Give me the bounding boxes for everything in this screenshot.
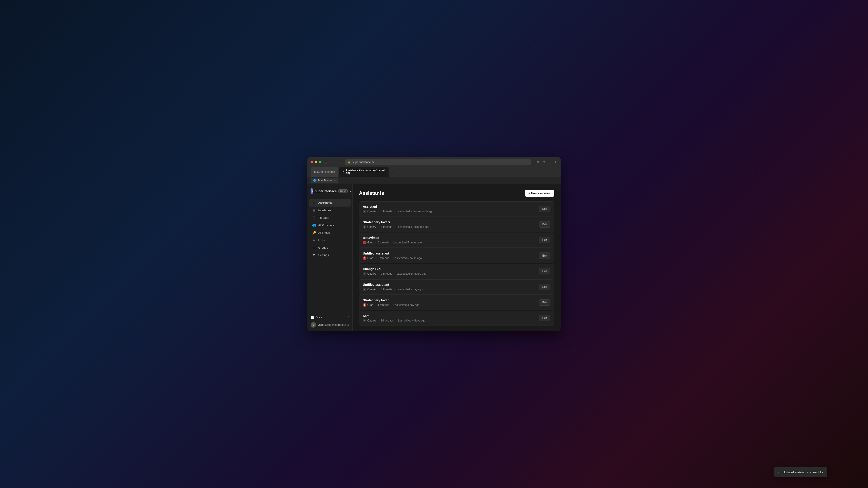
- assistants-icon: ⊞: [312, 201, 316, 205]
- browser-window: ⊞ ‹ › 🔒 superinterface.ai ↻ ⬆ □ + S Supe…: [307, 157, 561, 331]
- reload-button[interactable]: ↻: [535, 160, 540, 164]
- back-button[interactable]: ‹: [333, 160, 336, 164]
- promo-label: From Domas: [318, 179, 332, 182]
- external-link-icon: ↗: [347, 316, 349, 319]
- assistant-meta: ⊛ OpenAI · 1 threads · Last edited 17 mi…: [363, 225, 539, 229]
- edit-button[interactable]: Edit: [539, 299, 550, 306]
- sidebar-item-settings[interactable]: ⚙ Settings: [309, 252, 351, 259]
- last-edited: Last edited 17 minutes ago: [397, 225, 429, 229]
- assistant-meta: G Groq · 0 threads · Last edited 5 hours…: [363, 241, 539, 245]
- openai-icon: ⊛: [363, 272, 366, 276]
- sidebar-item-interfaces[interactable]: ◎ Interfaces: [309, 207, 351, 214]
- api-keys-icon: 🔑: [312, 231, 316, 235]
- forward-button[interactable]: ›: [338, 160, 341, 164]
- thread-count: 0 threads: [378, 241, 389, 244]
- sidebar-label-assistants: Assistants: [318, 201, 332, 204]
- thread-count: 1 threads: [381, 225, 392, 229]
- last-edited: Last edited a day ago: [397, 288, 423, 291]
- share-button[interactable]: ⬆: [542, 160, 546, 164]
- edit-button[interactable]: Edit: [539, 315, 550, 321]
- docs-icon: 📄: [311, 316, 314, 319]
- edit-button[interactable]: Edit: [539, 284, 550, 290]
- assistant-meta: ⊛ OpenAI · 2 threads · Last edited 14 ho…: [363, 272, 539, 276]
- table-row[interactable]: Sam ⊛ OpenAI · 36 threads · Last edited …: [359, 311, 554, 326]
- maximize-button[interactable]: [319, 161, 321, 163]
- sidebar-label-api-keys: API keys: [318, 231, 330, 234]
- meta-dot: ·: [391, 241, 392, 244]
- meta-dot: ·: [394, 225, 395, 229]
- bookmark-button[interactable]: □: [548, 160, 552, 164]
- assistant-meta: ⊛ OpenAI · 0 threads · Last edited a few…: [363, 209, 539, 213]
- table-row[interactable]: Assistant ⊛ OpenAI · 0 threads · Last ed…: [359, 201, 554, 217]
- table-row[interactable]: Untitled assistant G Groq · 0 threads · …: [359, 248, 554, 263]
- meta-dot: ·: [375, 241, 376, 244]
- user-menu-button[interactable]: ≡: [347, 323, 349, 327]
- thread-count: 36 threads: [381, 319, 394, 322]
- sidebar-label-interfaces: Interfaces: [318, 209, 331, 212]
- assistants-list: Assistant ⊛ OpenAI · 0 threads · Last ed…: [359, 201, 554, 326]
- assistant-name: Stratechery lover2: [363, 220, 539, 224]
- sidebar-item-ai-providers[interactable]: 🌐 AI Providers: [309, 222, 351, 229]
- assistant-name: testavimas: [363, 236, 539, 239]
- assistant-info: Stratechery lover G Groq · 1 threads · L…: [363, 298, 539, 307]
- address-bar[interactable]: 🔒 superinterface.ai: [345, 159, 531, 165]
- table-row[interactable]: Untitled assistant ⊛ OpenAI · 0 threads …: [359, 279, 554, 294]
- table-row[interactable]: testavimas G Groq · 0 threads · Last edi…: [359, 233, 554, 248]
- openai-icon: ⊛: [363, 288, 366, 291]
- assistant-info: Untitled assistant G Groq · 0 threads · …: [363, 252, 539, 260]
- promo-badge[interactable]: 🔷 From Domas ✕: [311, 178, 338, 183]
- minimize-button[interactable]: [315, 161, 317, 163]
- sidebar-label-ai-providers: AI Providers: [318, 224, 334, 227]
- tab-assistants-playground[interactable]: A Assistants Playground – OpenAI API: [339, 167, 389, 177]
- sidebar-item-assistants[interactable]: ⊞ Assistants: [309, 199, 351, 206]
- docs-link[interactable]: 📄 Docs ↗: [311, 314, 349, 320]
- provider-name: Groq: [367, 257, 373, 260]
- groq-icon: G: [363, 241, 366, 245]
- sidebar: S Superinterface Cloud ★ ⊞ Assistants ◎ …: [307, 184, 352, 331]
- provider-badge: G Groq: [363, 241, 373, 245]
- si-logo-icon: 🔷: [313, 179, 317, 182]
- browser-controls: ⊞ ‹ › 🔒 superinterface.ai ↻ ⬆ □ +: [311, 159, 557, 165]
- sidebar-item-logs[interactable]: ≡ Logs: [309, 237, 351, 244]
- table-row[interactable]: Stratechery lover G Groq · 1 threads · L…: [359, 295, 554, 310]
- tab-superinterface[interactable]: S Superinterface: [311, 167, 338, 177]
- sidebar-item-groups[interactable]: ⊟ Groups: [309, 244, 351, 251]
- sidebar-item-api-keys[interactable]: 🔑 API keys: [309, 229, 351, 236]
- last-edited: Last edited a day ago: [393, 304, 419, 307]
- provider-badge: ⊛ OpenAI: [363, 319, 377, 322]
- provider-name: OpenAI: [367, 225, 377, 229]
- edit-button[interactable]: Edit: [539, 237, 550, 243]
- provider-name: OpenAI: [367, 288, 377, 291]
- sidebar-item-threads[interactable]: ☰ Threads: [309, 214, 351, 222]
- promo-close-button[interactable]: ✕: [334, 179, 336, 182]
- assistant-meta: G Groq · 0 threads · Last edited 5 hours…: [363, 256, 539, 260]
- assistant-info: testavimas G Groq · 0 threads · Last edi…: [363, 236, 539, 245]
- last-edited: Last edited 5 hours ago: [393, 257, 422, 260]
- avatar: V: [311, 322, 316, 327]
- nav-section: ⊞ Assistants ◎ Interfaces ☰ Threads 🌐 AI…: [307, 197, 352, 312]
- toast-notification: ✓ Updated assistant successfully.: [774, 467, 827, 477]
- table-row[interactable]: Stratechery lover2 ⊛ OpenAI · 1 threads …: [359, 217, 554, 232]
- sidebar-brand[interactable]: S Superinterface Cloud ★: [307, 184, 352, 197]
- edit-button[interactable]: Edit: [539, 268, 550, 275]
- provider-badge: ⊛ OpenAI: [363, 225, 377, 229]
- assistant-info: Stratechery lover2 ⊛ OpenAI · 1 threads …: [363, 220, 539, 229]
- provider-badge: ⊛ OpenAI: [363, 288, 377, 291]
- toast-success-icon: ✓: [778, 470, 781, 474]
- table-row[interactable]: Change GPT ⊛ OpenAI · 2 threads · Last e…: [359, 264, 554, 279]
- edit-button[interactable]: Edit: [539, 206, 550, 212]
- thread-count: 1 threads: [378, 304, 389, 307]
- meta-dot: ·: [391, 257, 392, 260]
- threads-icon: ☰: [312, 216, 316, 220]
- logs-icon: ≡: [312, 238, 316, 242]
- tab-label-assistants: Assistants Playground – OpenAI API: [346, 169, 385, 175]
- edit-button[interactable]: Edit: [539, 253, 550, 259]
- new-tab-button[interactable]: +: [554, 160, 557, 164]
- assistant-meta: G Groq · 1 threads · Last edited a day a…: [363, 303, 539, 307]
- new-tab-button[interactable]: +: [390, 167, 396, 177]
- sidebar-toggle-button[interactable]: ⊞: [323, 160, 329, 165]
- close-button[interactable]: [311, 161, 313, 163]
- browser-actions: ↻ ⬆ □ +: [535, 160, 557, 164]
- new-assistant-button[interactable]: + New assistant: [525, 190, 554, 197]
- edit-button[interactable]: Edit: [539, 221, 550, 228]
